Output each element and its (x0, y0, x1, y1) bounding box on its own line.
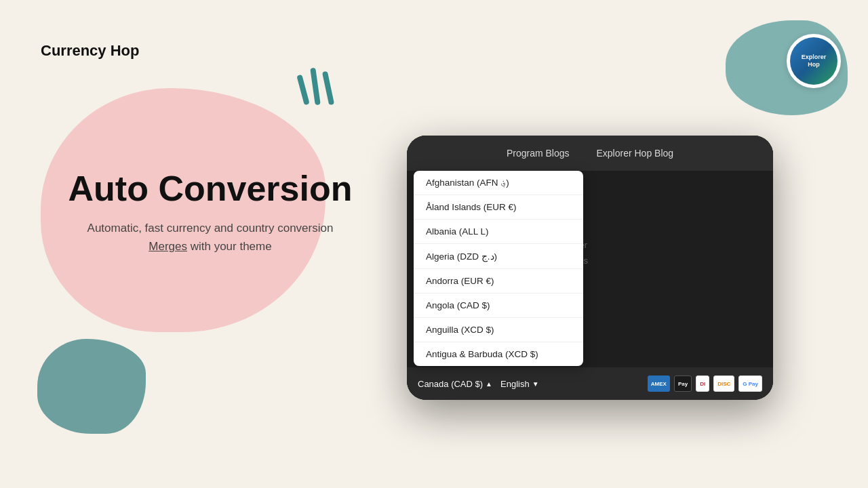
dropdown-item-2[interactable]: Albania (ALL L) (414, 220, 583, 244)
tablet-inner: Program Blogs Explorer Hop Blog nter ion… (407, 136, 773, 400)
dropdown-item-7[interactable]: Antigua & Barbuda (XCD $) (414, 342, 583, 366)
hero-title: Auto Conversion (68, 169, 353, 208)
teal-line-2 (311, 68, 321, 106)
app-brand: Currency Hop (41, 42, 139, 60)
language-chevron-down-icon: ▼ (532, 380, 539, 388)
dropdown-item-5[interactable]: Angola (CAD $) (414, 293, 583, 318)
hero-section: Auto Conversion Automatic, fast currency… (68, 169, 353, 256)
dropdown-item-6[interactable]: Anguilla (XCD $) (414, 318, 583, 342)
footer-currency-label: Canada (CAD $) (418, 379, 483, 389)
subtitle-line3: with your theme (187, 240, 272, 253)
footer-language-label: English (500, 379, 530, 389)
payment-amex-icon: AMEX (648, 375, 670, 392)
subtitle-merges: Merges (149, 240, 187, 253)
dropdown-item-0[interactable]: Afghanistan (AFN ؋) (414, 171, 583, 195)
tablet-content-area: nter ions Afghanistan (AFN ؋) Åland Isla… (407, 171, 773, 367)
currency-dropdown[interactable]: Afghanistan (AFN ؋) Åland Islands (EUR €… (414, 171, 583, 366)
subtitle-line1: Automatic, fast currency and country con… (87, 222, 334, 235)
explorer-hop-logo: Explorer Hop (787, 34, 841, 88)
footer-language-selector[interactable]: English ▼ (500, 379, 539, 389)
footer-currency-selector[interactable]: Canada (CAD $) ▲ (418, 379, 492, 389)
dropdown-item-4[interactable]: Andorra (EUR €) (414, 269, 583, 293)
dropdown-item-3[interactable]: Algeria (DZD د.ج) (414, 244, 583, 269)
tablet-navbar: Program Blogs Explorer Hop Blog (407, 136, 773, 171)
tablet-footer: Canada (CAD $) ▲ English ▼ AMEX Pay DI D… (407, 367, 773, 400)
payment-apple-pay-icon: Pay (674, 375, 692, 392)
dropdown-item-1[interactable]: Åland Islands (EUR €) (414, 195, 583, 220)
tablet-device: Program Blogs Explorer Hop Blog nter ion… (407, 136, 773, 400)
nav-item-program-blogs[interactable]: Program Blogs (507, 148, 570, 159)
logo-text-line1: Explorer (802, 54, 827, 61)
payment-icons-group: AMEX Pay DI DISC G Pay (648, 375, 762, 392)
nav-item-explorer-blog[interactable]: Explorer Hop Blog (596, 148, 673, 159)
payment-diners-icon: DI (696, 375, 709, 392)
top-right-decoration: Explorer Hop (712, 20, 848, 129)
hero-subtitle: Automatic, fast currency and country con… (68, 219, 353, 256)
teal-blob-bottom-left (37, 339, 146, 434)
payment-discover-icon: DISC (713, 375, 734, 392)
teal-lines-decoration (298, 68, 333, 108)
teal-line-1 (296, 75, 309, 106)
logo-text-line2: Hop (808, 61, 820, 68)
teal-line-3 (322, 71, 334, 106)
payment-google-pay-icon: G Pay (738, 375, 762, 392)
currency-chevron-up-icon: ▲ (486, 380, 492, 388)
